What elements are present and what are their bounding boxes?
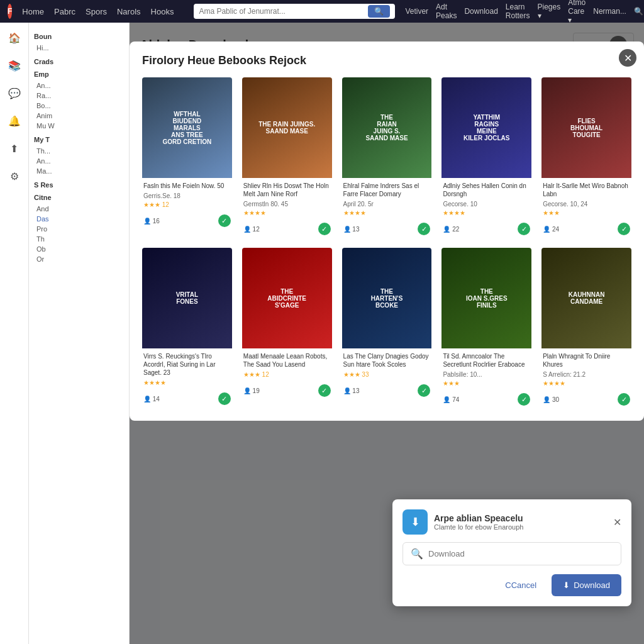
book-card[interactable]: THEHARTEN'SBCOKE Las The Clany Dnagies G… [342, 248, 432, 408]
sidebar-item-das[interactable]: Das [34, 214, 124, 224]
sidebar-item-hi[interactable]: Hi... [34, 43, 124, 53]
search-bar: 🔍 [194, 4, 395, 19]
book-footer: 👤 19 ✓ [242, 382, 332, 399]
book-cover: FLIESBHOUMALTOUGITE [541, 77, 631, 178]
book-cover: THEABIDCRINTES'GAGE [242, 248, 332, 348]
book-rating: ★★★★ [243, 209, 331, 216]
nav-spors[interactable]: Spors [86, 7, 107, 16]
download-dialog-icon: ⬇ [402, 509, 428, 535]
sidebar-section-citne: Citne [34, 194, 124, 201]
nav-adt-peaks[interactable]: Adt Peaks [436, 3, 457, 20]
book-card[interactable]: THEABIDCRINTES'GAGE Maatl Menaale Leaan … [242, 248, 332, 408]
book-rating: ★★★★ [543, 380, 630, 387]
books-grid: WFTHALBIUDENDMARALSANS TREEGORD CRETION … [142, 77, 631, 408]
check-icon: ✓ [418, 384, 430, 397]
book-footer: 👤 30 ✓ [541, 391, 631, 408]
sidebar-section-boun: Boun [34, 33, 124, 40]
main-content: Aldch a Downloads Fantoor Fame Nome Roon… [130, 23, 644, 644]
nav-learn[interactable]: Learn Rotters [506, 3, 530, 20]
sidebar-icon-bell[interactable]: 🔔 [4, 111, 25, 131]
book-footer: 👤 74 ✓ [441, 391, 531, 408]
sidebar-icon-books[interactable]: 📚 [4, 55, 25, 75]
book-info: Plaln Whragnit To Dniire Khures S Arreli… [541, 348, 631, 391]
dialog-close-button[interactable]: ✕ [613, 516, 621, 528]
download-dialog-header: ⬇ Arpe ablian Speacelu Clamte lo for ebo… [402, 509, 621, 535]
book-rating: ★★★ 33 [343, 371, 431, 378]
nav-pieges[interactable]: Pieges ▾ [538, 3, 561, 20]
sidebar-item-th[interactable]: Th... [34, 146, 124, 156]
sidebar-item-pro[interactable]: Pro [34, 224, 124, 234]
book-footer: 👤 24 ✓ [541, 220, 631, 238]
sidebar-icon-settings[interactable]: ⚙ [4, 166, 25, 186]
sidebar-item-ob[interactable]: Ob [34, 244, 124, 254]
download-button[interactable]: ⬇ Download [552, 574, 621, 596]
check-icon: ✓ [318, 384, 331, 397]
top-nav: F Home Pabrc Spors Narols Hooks 🔍 Vetive… [0, 0, 644, 23]
content-sidebar: Boun Hi... Crads Emp An... Ra... Bo... A… [29, 23, 130, 644]
sidebar-item-anim[interactable]: Anim [34, 111, 124, 121]
book-count: 👤 14 [143, 396, 160, 402]
book-cover: THE RAIN JUINGS.SAAND MASE [242, 77, 332, 178]
nav-search-icon[interactable]: 🔍 [634, 7, 643, 16]
sidebar-item-ra[interactable]: Ra... [34, 91, 124, 101]
sidebar-item-an[interactable]: An... [34, 80, 124, 91]
sidebar-item-or[interactable]: Or [34, 254, 124, 264]
sidebar-section-emp: Emp [34, 70, 124, 78]
book-footer: 👤 14 ✓ [142, 390, 232, 408]
nav-atmo[interactable]: Atmo Care ▾ [568, 0, 586, 25]
sidebar-icon-home[interactable]: 🏠 [4, 28, 25, 48]
book-count: 👤 13 [343, 226, 360, 233]
book-count: 👤 74 [443, 396, 459, 403]
search-input[interactable] [199, 7, 365, 16]
sidebar-item-th2[interactable]: Th [34, 234, 124, 244]
book-card[interactable]: THERAIANJUING S.SAAND MASE Ehlral Falme … [342, 77, 432, 238]
book-footer: 👤 13 ✓ [342, 220, 432, 238]
book-rating: ★★★★ [143, 379, 231, 386]
search-icon: 🔍 [411, 548, 423, 560]
book-card[interactable]: KAUHNNANCANDAME Plaln Whragnit To Dniire… [541, 248, 631, 408]
sidebar-icon-chat[interactable]: 💬 [4, 83, 25, 103]
sidebar-item-bo[interactable]: Bo... [34, 101, 124, 111]
nav-narols[interactable]: Narols [117, 7, 141, 16]
nav-download[interactable]: Download [464, 7, 497, 16]
nav-home[interactable]: Home [22, 7, 44, 16]
book-card[interactable]: THE RAIN JUINGS.SAAND MASE Shliev Rln Hi… [242, 77, 332, 238]
download-search-input[interactable] [428, 549, 613, 558]
cancel-button[interactable]: CCancel [496, 574, 545, 596]
nav-location[interactable]: Nerman... [593, 7, 626, 16]
book-cover: THEIOAN S.GRESFINILS [441, 248, 531, 348]
book-card[interactable]: THEIOAN S.GRESFINILS Til Sd. Amncoalor T… [441, 248, 531, 408]
book-card[interactable]: YATTHIMRAGINSMEINEKILER JOCLAS Adlniy Se… [441, 77, 531, 238]
sidebar-icon-upload[interactable]: ⬆ [4, 138, 25, 158]
nav-hooks[interactable]: Hooks [151, 7, 174, 16]
book-card[interactable]: WFTHALBIUDENDMARALSANS TREEGORD CRETION … [142, 77, 232, 238]
book-meta: S Arrelicn: 21.2 [543, 371, 630, 378]
nav-vetiver[interactable]: Vetiver [405, 7, 428, 16]
check-icon: ✓ [218, 392, 231, 405]
sidebar-section-sres: S Res [34, 181, 124, 189]
sidebar-item-and[interactable]: And [34, 204, 124, 214]
logo-icon[interactable]: F [8, 4, 12, 19]
book-title: Virrs S. Reuckings's Tlro Acordrl, Riat … [143, 352, 231, 377]
sidebar-item-an2[interactable]: An... [34, 156, 124, 166]
book-cover: YATTHIMRAGINSMEINEKILER JOCLAS [441, 77, 531, 178]
search-button[interactable]: 🔍 [368, 5, 390, 18]
modal-close-button[interactable]: ✕ [619, 49, 636, 67]
book-meta: Pablsille: 10... [443, 371, 530, 378]
book-rating: ★★★★ [343, 209, 431, 216]
right-nav-items: Vetiver Adt Peaks Download Learn Rotters… [405, 0, 643, 25]
book-rating: ★★★ [543, 209, 630, 216]
check-icon: ✓ [618, 223, 630, 235]
sidebar-item-ma[interactable]: Ma... [34, 166, 124, 176]
book-card[interactable]: VRITALFONES Virrs S. Reuckings's Tlro Ac… [142, 248, 232, 408]
book-title: Adlniy Sehes Hallen Conin dn Dorsngh [443, 182, 530, 198]
download-dialog: ⬇ Arpe ablian Speacelu Clamte lo for ebo… [392, 499, 631, 606]
nav-pabrc[interactable]: Pabrc [54, 7, 75, 16]
sidebar-item-muw[interactable]: Mu W [34, 121, 124, 131]
book-count: 👤 16 [143, 218, 160, 225]
left-sidebar: 🏠 📚 💬 🔔 ⬆ ⚙ [0, 23, 29, 644]
book-title: Til Sd. Amncoalor The Secretlunt Roclrli… [443, 352, 530, 369]
book-meta: April 20. 5r [343, 201, 431, 208]
book-card[interactable]: FLIESBHOUMALTOUGITE Halr It-Sarlle Met W… [541, 77, 631, 238]
download-dialog-title: Arpe ablian Speacelu [434, 513, 523, 523]
